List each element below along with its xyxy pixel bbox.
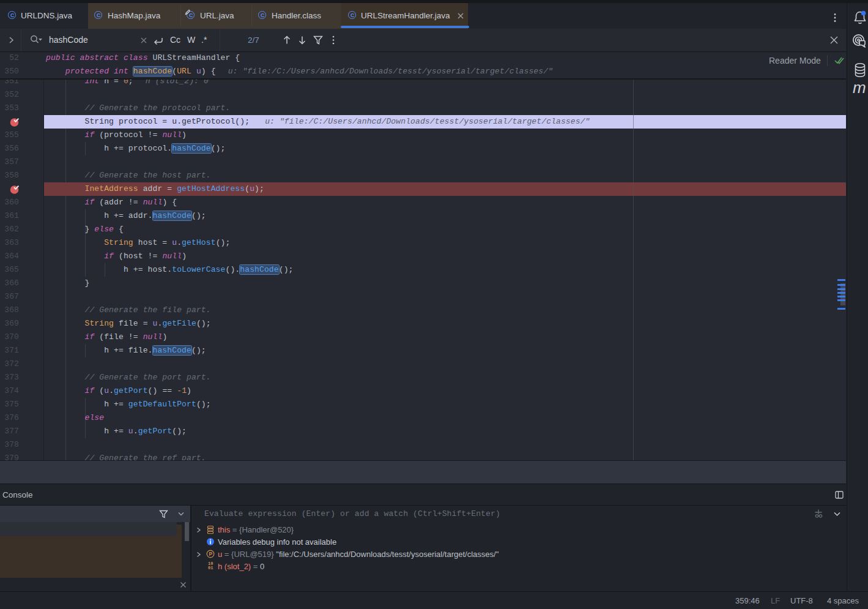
svg-text:01: 01 [208, 566, 213, 570]
svg-text:P: P [209, 551, 213, 557]
